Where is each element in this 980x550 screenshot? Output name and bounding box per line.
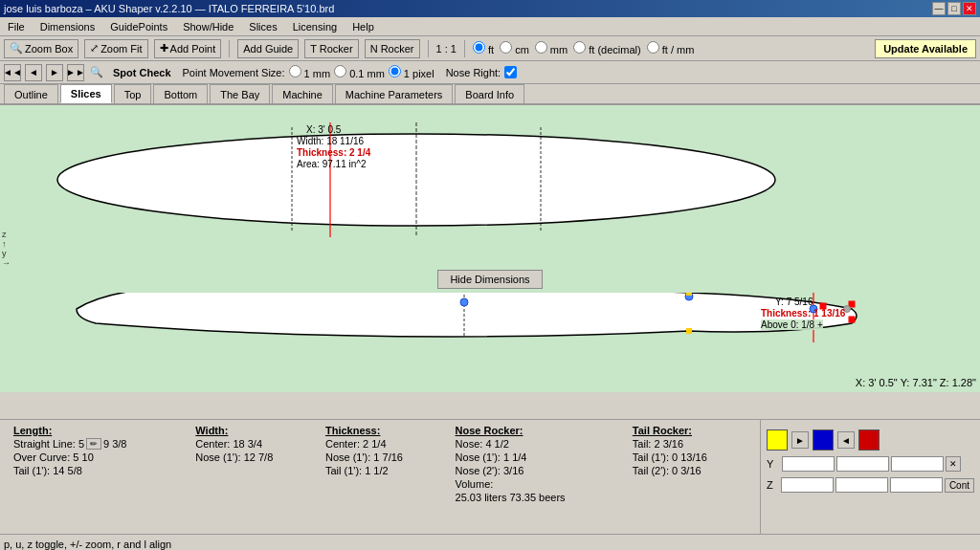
unit-ft-label: ft xyxy=(473,41,494,55)
nose-right-checkbox[interactable] xyxy=(504,66,517,78)
titlebar: jose luis barboza – AKU Shaper v.2.2.10 … xyxy=(0,0,980,17)
z-coord-input3[interactable] xyxy=(890,477,943,493)
maximize-button[interactable]: □ xyxy=(947,2,961,15)
y-coord-input3[interactable] xyxy=(891,456,944,472)
add-guide-button[interactable]: Add Guide xyxy=(237,39,299,58)
size-1mm-label: 1 mm xyxy=(289,65,331,79)
svg-rect-11 xyxy=(849,317,856,323)
size-1mm-radio[interactable] xyxy=(289,65,301,77)
add-point-button[interactable]: ✚ Add Point xyxy=(154,39,222,58)
nav-first-button[interactable]: ◄◄ xyxy=(4,64,21,81)
tab-machine[interactable]: Machine xyxy=(272,84,333,103)
unit-mm-radio[interactable] xyxy=(535,41,547,54)
dim-area-row: Area: 97.11 in^2 xyxy=(297,159,367,169)
over-curve-row: Over Curve: 5 10 xyxy=(8,451,189,464)
tail-rocker-header: Tail Rocker: xyxy=(627,424,752,437)
z-coord-input1[interactable] xyxy=(781,477,834,493)
unit-ft-decimal-radio[interactable] xyxy=(573,41,586,54)
hide-dimensions-container: Hide Dimensions xyxy=(0,266,980,293)
tab-board-info[interactable]: Board Info xyxy=(455,84,524,103)
coord-display: X: 3' 0.5" Y: 7.31" Z: 1.28" xyxy=(856,377,976,388)
liters-row: 25.03 liters 73.35 beers xyxy=(450,491,627,504)
size-01mm-label: 0.1 mm xyxy=(334,65,385,79)
menu-showhide[interactable]: Show/Hide xyxy=(179,21,237,33)
unit-ft-mm-label: ft / mm xyxy=(647,41,695,55)
menu-licensing[interactable]: Licensing xyxy=(289,21,341,33)
dim-thickness-row: Thickness: 2 1/4 xyxy=(297,147,370,158)
menu-guidepoints[interactable]: GuidePoints xyxy=(106,21,171,33)
toolbar1: 🔍 Zoom Box ⤢ Zoom Fit ✚ Add Point Add Gu… xyxy=(0,36,980,61)
n-rocker-button[interactable]: N Rocker xyxy=(365,39,420,58)
pencil-button[interactable]: ✏ xyxy=(86,438,101,450)
main-canvas: z ↑ y → X: 3' 0.5 Width: 18 11/16 Thickn… xyxy=(0,105,980,392)
unit-cm-radio[interactable] xyxy=(500,41,512,54)
size-1px-radio[interactable] xyxy=(389,65,401,77)
plus-icon: ✚ xyxy=(160,42,168,55)
status-text: p, u, z toggle, +/- zoom, r and l align xyxy=(4,539,171,550)
hide-dimensions-button[interactable]: Hide Dimensions xyxy=(437,270,542,289)
svg-rect-14 xyxy=(686,328,692,334)
titlebar-controls: — □ ✕ xyxy=(932,2,976,15)
separator2 xyxy=(428,40,429,57)
color-red[interactable] xyxy=(858,429,880,451)
y-coord-label: Y xyxy=(767,458,780,470)
z-axis-indicator: z ↑ y → xyxy=(2,230,11,268)
nose1-t-row: Nose (1'): 1 7/16 xyxy=(320,451,450,464)
menu-file[interactable]: File xyxy=(4,21,29,33)
zoom-icon: 🔍 xyxy=(90,66,103,78)
menubar: File Dimensions GuidePoints Show/Hide Sl… xyxy=(0,17,980,36)
menu-help[interactable]: Help xyxy=(348,21,378,33)
cont-button[interactable]: Cont xyxy=(945,478,974,493)
side-dim-thickness: Thickness: 1 13/16 xyxy=(761,308,845,319)
unit-ft-mm-radio[interactable] xyxy=(647,41,659,54)
minimize-button[interactable]: — xyxy=(932,2,946,15)
tail1-row: Tail (1'): 14 5/8 xyxy=(8,464,189,477)
size-01mm-radio[interactable] xyxy=(334,65,346,77)
nav-last-button[interactable]: ►► xyxy=(67,64,84,81)
toolbar2: ◄◄ ◄ ► ►► 🔍 Spot Check Point Movement Si… xyxy=(0,61,980,84)
menu-slices[interactable]: Slices xyxy=(245,21,280,33)
bottom-panel: Length: Width: Thickness: Nose Rocker: T… xyxy=(0,419,980,534)
measurements-panel: Length: Width: Thickness: Nose Rocker: T… xyxy=(0,420,760,534)
zoom-box-icon: 🔍 xyxy=(10,42,23,55)
tab-the-bay[interactable]: The Bay xyxy=(210,84,270,103)
arrow-right-btn[interactable]: ► xyxy=(791,431,809,449)
arrow-left-btn[interactable]: ◄ xyxy=(837,431,855,449)
tail1-t2-row: Tail (1'): 0 13/16 xyxy=(627,451,752,464)
scale-label: 1 : 1 xyxy=(436,43,457,55)
tab-outline[interactable]: Outline xyxy=(4,84,58,103)
size-1px-label: 1 pixel xyxy=(389,65,434,79)
tail-row: Tail: 2 3/16 xyxy=(627,437,752,451)
unit-ft-radio[interactable] xyxy=(473,41,485,54)
unit-cm-label: cm xyxy=(500,41,529,55)
t-rocker-button[interactable]: T Rocker xyxy=(304,39,358,58)
length-header: Length: xyxy=(8,424,189,437)
tab-machine-parameters[interactable]: Machine Parameters xyxy=(335,84,454,103)
statusbar: p, u, z toggle, +/- zoom, r and l align xyxy=(0,534,980,550)
close-button[interactable]: ✕ xyxy=(963,2,976,15)
color-blue[interactable] xyxy=(813,429,834,451)
thickness-header: Thickness: xyxy=(320,424,450,437)
zoom-fit-button[interactable]: ⤢ Zoom Fit xyxy=(84,39,147,58)
center-row: Center: 18 3/4 xyxy=(189,437,320,451)
color-controls: ► ◄ xyxy=(767,429,974,451)
nav-next-button[interactable]: ► xyxy=(46,64,63,81)
tabs: Outline Slices Top Bottom The Bay Machin… xyxy=(0,84,980,105)
zoom-box-button[interactable]: 🔍 Zoom Box xyxy=(4,39,78,58)
y-coord-input2[interactable] xyxy=(836,456,889,472)
color-yellow[interactable] xyxy=(767,429,788,451)
tab-bottom[interactable]: Bottom xyxy=(153,84,208,103)
nav-prev-button[interactable]: ◄ xyxy=(25,64,42,81)
nose-row: Nose: 4 1/2 xyxy=(450,437,627,451)
y-close-button[interactable]: ✕ xyxy=(946,456,961,472)
z-coord-input2[interactable] xyxy=(835,477,888,493)
update-button[interactable]: Update Available xyxy=(875,39,976,58)
menu-dimensions[interactable]: Dimensions xyxy=(36,21,99,33)
y-coord-input1[interactable] xyxy=(782,456,835,472)
tab-top[interactable]: Top xyxy=(114,84,152,103)
dim-x-label: X: 3' 0.5 xyxy=(306,124,341,135)
tail1-t-row: Tail (1'): 1 1/2 xyxy=(320,464,450,477)
volume-label-row: Volume: xyxy=(450,477,627,491)
tab-slices[interactable]: Slices xyxy=(60,84,112,103)
z-coord-row: Z Cont xyxy=(767,477,974,493)
